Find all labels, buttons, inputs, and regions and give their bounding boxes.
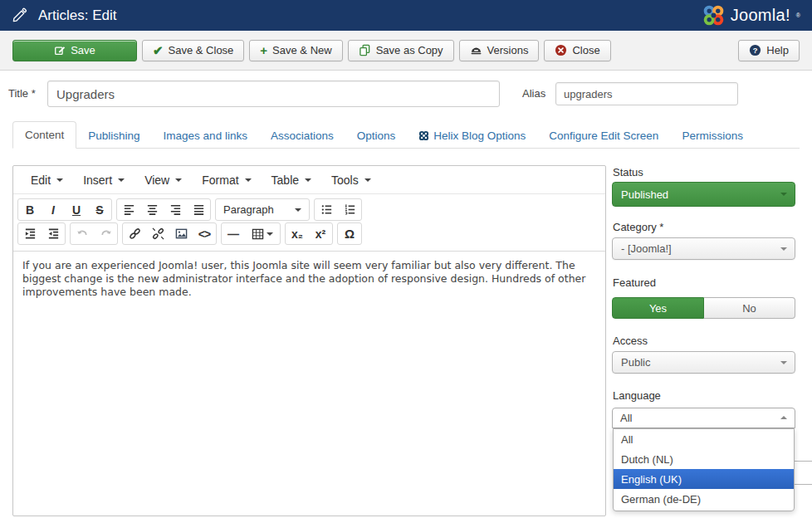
page-title: Articles: Edit <box>38 7 116 24</box>
close-icon <box>555 44 567 56</box>
versions-archive-icon <box>470 45 482 56</box>
save-edit-icon <box>54 45 66 56</box>
language-option-all[interactable]: All <box>614 429 794 449</box>
menu-tools[interactable]: Tools <box>322 169 380 192</box>
align-left-icon[interactable] <box>117 199 140 220</box>
svg-text:?: ? <box>753 46 758 55</box>
versions-button[interactable]: Versions <box>459 40 540 61</box>
tab-permissions[interactable]: Permissions <box>670 123 755 149</box>
paragraph-format-select[interactable]: Paragraph <box>216 199 309 220</box>
save-close-button[interactable]: ✔ Save & Close <box>142 40 244 61</box>
help-icon: ? <box>749 44 761 56</box>
save-button[interactable]: Save <box>12 40 137 61</box>
title-alias-row: Title * Alias <box>0 71 812 120</box>
alias-input[interactable] <box>555 82 738 105</box>
subscript-icon[interactable]: x₂ <box>286 223 309 244</box>
edit-tabs: Content Publishing Images and links Asso… <box>12 121 800 149</box>
superscript-icon[interactable]: x² <box>309 223 332 244</box>
menu-table[interactable]: Table <box>262 169 320 192</box>
table-icon[interactable] <box>245 223 280 244</box>
redo-icon[interactable] <box>94 223 117 244</box>
helix-icon <box>418 130 429 141</box>
plus-icon: + <box>260 44 267 56</box>
save-new-button[interactable]: + Save & New <box>249 40 342 61</box>
chevron-up-icon <box>780 416 787 419</box>
save-copy-button[interactable]: Save as Copy <box>348 40 454 61</box>
menu-view[interactable]: View <box>135 169 191 192</box>
editor-toolbar: B I U S <box>13 194 605 252</box>
pencil-icon <box>12 7 27 23</box>
category-label: Category * <box>613 221 663 233</box>
chevron-down-icon <box>780 247 787 251</box>
language-option-english-uk[interactable]: English (UK) <box>614 469 794 489</box>
chevron-down-icon <box>780 361 787 364</box>
wysiwyg-editor: Edit Insert View Format Table Tools B I … <box>12 165 606 516</box>
category-select[interactable]: - [Joomla!] <box>612 237 795 260</box>
admin-header: Articles: Edit Joomla! ® <box>0 0 812 31</box>
numbered-list-icon[interactable] <box>338 199 361 220</box>
bold-icon[interactable]: B <box>18 199 42 220</box>
joomla-logo: Joomla! ® <box>702 4 800 27</box>
language-option-german[interactable]: German (de-DE) <box>614 489 794 509</box>
unlink-icon[interactable] <box>146 223 169 244</box>
underline-icon[interactable]: U <box>65 199 88 220</box>
chevron-down-icon <box>245 178 252 182</box>
language-select[interactable]: All <box>612 408 795 428</box>
title-label: Title * <box>8 87 36 100</box>
articles-edit-page: Articles: Edit Joomla! ® Save ✔ Save & C… <box>0 0 812 518</box>
horizontal-rule-icon[interactable]: — <box>222 223 245 244</box>
chevron-down-icon <box>118 178 125 182</box>
tab-options[interactable]: Options <box>345 123 408 149</box>
check-icon: ✔ <box>153 44 164 56</box>
language-label: Language <box>613 389 661 402</box>
title-input[interactable] <box>47 81 500 107</box>
editor-content-area[interactable]: If you are an experienced Joomla! user, … <box>13 252 605 518</box>
action-toolbar: Save ✔ Save & Close + Save & New Save as… <box>0 31 812 71</box>
undo-icon[interactable] <box>71 223 94 244</box>
outdent-icon[interactable] <box>18 223 42 244</box>
chevron-down-icon <box>364 178 371 182</box>
close-button[interactable]: Close <box>544 40 610 61</box>
bullet-list-icon[interactable] <box>315 199 338 220</box>
italic-icon[interactable]: I <box>42 199 65 220</box>
source-code-icon[interactable]: <> <box>193 223 216 244</box>
menu-edit[interactable]: Edit <box>22 169 72 192</box>
article-settings-sidebar: Status Published Category * - [Joomla!] … <box>612 165 795 518</box>
copy-icon <box>359 44 371 56</box>
editor-menubar: Edit Insert View Format Table Tools <box>13 166 605 194</box>
indent-icon[interactable] <box>42 223 65 244</box>
align-justify-icon[interactable] <box>187 199 210 220</box>
chevron-down-icon <box>305 178 311 182</box>
chevron-down-icon <box>780 193 787 196</box>
language-dropdown: All Dutch (NL) English (UK) German (de-D… <box>613 428 795 511</box>
tab-content[interactable]: Content <box>12 121 76 149</box>
featured-no-button[interactable]: No <box>704 297 795 319</box>
joomla-logo-icon <box>702 4 725 27</box>
help-button[interactable]: ? Help <box>738 40 800 61</box>
status-label: Status <box>613 166 643 178</box>
featured-yes-button[interactable]: Yes <box>612 297 704 319</box>
tab-helix-blog-options[interactable]: Helix Blog Options <box>407 123 537 149</box>
menu-insert[interactable]: Insert <box>74 169 134 192</box>
chevron-down-icon <box>267 232 273 236</box>
align-center-icon[interactable] <box>140 199 164 220</box>
chevron-down-icon <box>56 178 63 182</box>
joomla-logo-reg: ® <box>796 12 800 18</box>
language-option-dutch[interactable]: Dutch (NL) <box>614 449 794 469</box>
access-select[interactable]: Public <box>612 351 795 374</box>
insert-link-icon[interactable] <box>123 223 146 244</box>
chevron-down-icon <box>175 178 182 182</box>
tab-configure-edit-screen[interactable]: Configure Edit Screen <box>537 123 670 149</box>
tab-associations[interactable]: Associations <box>259 123 345 149</box>
joomla-logo-text: Joomla! <box>731 6 790 25</box>
special-character-icon[interactable]: Ω <box>338 223 361 244</box>
featured-toggle: Yes No <box>612 297 795 319</box>
tab-images-links[interactable]: Images and links <box>152 123 259 149</box>
tab-publishing[interactable]: Publishing <box>76 123 151 149</box>
align-right-icon[interactable] <box>164 199 187 220</box>
menu-format[interactable]: Format <box>193 169 260 192</box>
strikethrough-icon[interactable]: S <box>88 199 111 220</box>
status-select[interactable]: Published <box>612 182 795 207</box>
alias-label: Alias <box>522 87 545 100</box>
insert-image-icon[interactable] <box>169 223 193 244</box>
